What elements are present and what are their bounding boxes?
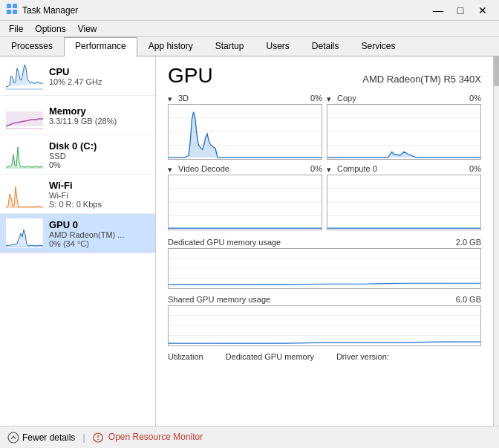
tab-details[interactable]: Details bbox=[301, 37, 350, 56]
cpu-info: CPU 10% 2.47 GHz bbox=[49, 66, 149, 86]
bottom-separator: | bbox=[82, 432, 85, 443]
tab-users[interactable]: Users bbox=[255, 37, 300, 56]
gpu-thumb bbox=[6, 218, 43, 248]
tab-startup[interactable]: Startup bbox=[204, 37, 255, 56]
menu-file[interactable]: File bbox=[3, 22, 29, 35]
chart-copy: Copy 0% bbox=[327, 94, 481, 160]
minimize-button[interactable]: — bbox=[428, 3, 449, 18]
tab-bar: Processes Performance App history Startu… bbox=[0, 37, 499, 56]
memory-info: Memory 3.3/11.9 GB (28%) bbox=[49, 105, 149, 126]
gpu-info: GPU 0 AMD Radeon(TM) ... 0% (34 °C) bbox=[49, 219, 149, 248]
wifi-usage: S: 0 R: 0 Kbps bbox=[49, 200, 149, 209]
memory-usage: 3.3/11.9 GB (28%) bbox=[49, 117, 149, 126]
chevron-compute-icon[interactable] bbox=[327, 165, 334, 172]
tab-app-history[interactable]: App history bbox=[137, 37, 204, 56]
app-icon bbox=[6, 3, 18, 17]
stat-driver-version: Driver version: bbox=[336, 352, 389, 361]
wifi-label: Wi-Fi bbox=[49, 191, 149, 200]
dedicated-value: 2.0 GB bbox=[456, 238, 481, 247]
scroll-thumb[interactable] bbox=[494, 56, 499, 86]
title-bar: Task Manager — □ ✕ bbox=[0, 0, 499, 21]
chevron-copy-icon[interactable] bbox=[327, 94, 334, 102]
close-button[interactable]: ✕ bbox=[472, 3, 493, 18]
gpu-panel: GPU AMD Radeon(TM) R5 340X 3D 0% bbox=[156, 56, 493, 426]
dedicated-label: Dedicated GPU memory usage bbox=[168, 238, 281, 247]
bottom-bar: Fewer details | Open Resource Monitor bbox=[0, 426, 499, 448]
gpu-header: GPU AMD Radeon(TM) R5 340X bbox=[168, 64, 481, 88]
chart-compute-label-row: Compute 0 0% bbox=[327, 164, 481, 173]
shared-label: Shared GPU memory usage bbox=[168, 295, 270, 304]
sidebar-item-disk[interactable]: Disk 0 (C:) SSD 0% bbox=[0, 135, 155, 175]
gpu-model-name: AMD Radeon(TM) R5 340X bbox=[362, 74, 481, 85]
fewer-details-label: Fewer details bbox=[22, 432, 75, 443]
chart-copy-area bbox=[327, 104, 481, 160]
chart-3d-area bbox=[168, 104, 322, 160]
wifi-name: Wi-Fi bbox=[49, 180, 149, 191]
sidebar-item-wifi[interactable]: Wi-Fi Wi-Fi S: 0 R: 0 Kbps bbox=[0, 175, 155, 214]
chart-3d-label-row: 3D 0% bbox=[168, 94, 322, 103]
chart-video-label: Video Decode bbox=[178, 164, 229, 173]
shared-label-row: Shared GPU memory usage 6.0 GB bbox=[168, 295, 481, 304]
chart-video-area bbox=[168, 175, 322, 230]
chart-copy-label-row: Copy 0% bbox=[327, 94, 481, 103]
chart-compute: Compute 0 0% bbox=[327, 164, 481, 230]
dedicated-memory-section: Dedicated GPU memory usage 2.0 GB bbox=[168, 238, 481, 289]
svg-rect-3 bbox=[13, 10, 17, 14]
tab-processes[interactable]: Processes bbox=[0, 37, 64, 56]
gpu-charts-grid: 3D 0% bbox=[168, 94, 481, 230]
svg-point-30 bbox=[8, 432, 19, 443]
sidebar-item-cpu[interactable]: CPU 10% 2.47 GHz bbox=[0, 56, 155, 96]
disk-name: Disk 0 (C:) bbox=[49, 140, 149, 152]
chart-3d-percent: 0% bbox=[310, 94, 322, 103]
dedicated-chart-area bbox=[168, 248, 481, 289]
chart-compute-area bbox=[327, 175, 481, 230]
resource-monitor-icon bbox=[93, 432, 103, 443]
tab-performance[interactable]: Performance bbox=[64, 37, 137, 56]
svg-rect-0 bbox=[7, 4, 11, 8]
menu-bar: File Options View bbox=[0, 21, 499, 37]
chart-compute-label: Compute 0 bbox=[337, 164, 377, 173]
shared-value: 6.0 GB bbox=[456, 295, 481, 304]
chart-video-percent: 0% bbox=[310, 164, 322, 173]
open-resource-monitor-button[interactable]: Open Resource Monitor bbox=[93, 432, 203, 443]
gpu-name: GPU 0 bbox=[49, 219, 149, 230]
scroll-track[interactable] bbox=[493, 56, 499, 426]
wifi-info: Wi-Fi Wi-Fi S: 0 R: 0 Kbps bbox=[49, 180, 149, 209]
svg-rect-2 bbox=[7, 10, 11, 14]
fewer-details-button[interactable]: Fewer details bbox=[7, 432, 75, 444]
cpu-name: CPU bbox=[49, 66, 149, 77]
gpu-usage: 0% (34 °C) bbox=[49, 239, 149, 248]
chevron-3d-icon[interactable] bbox=[168, 94, 175, 102]
chart-copy-percent: 0% bbox=[469, 94, 481, 103]
menu-options[interactable]: Options bbox=[29, 22, 71, 35]
window-title: Task Manager bbox=[22, 5, 428, 16]
disk-type: SSD bbox=[49, 152, 149, 160]
chart-video-decode: Video Decode 0% bbox=[168, 164, 322, 230]
memory-thumb bbox=[6, 100, 43, 130]
stat-utilization: Utilization bbox=[168, 352, 203, 361]
dedicated-label-row: Dedicated GPU memory usage 2.0 GB bbox=[168, 238, 481, 247]
cpu-thumb bbox=[6, 61, 43, 91]
disk-usage: 0% bbox=[49, 160, 149, 169]
main-content: CPU 10% 2.47 GHz Memory 3.3/11.9 GB (28%… bbox=[0, 56, 499, 426]
sidebar-item-gpu[interactable]: GPU 0 AMD Radeon(TM) ... 0% (34 °C) bbox=[0, 214, 155, 253]
svg-rect-1 bbox=[13, 4, 17, 8]
disk-info: Disk 0 (C:) SSD 0% bbox=[49, 140, 149, 169]
sidebar: CPU 10% 2.47 GHz Memory 3.3/11.9 GB (28%… bbox=[0, 56, 156, 426]
menu-view[interactable]: View bbox=[72, 22, 103, 35]
maximize-button[interactable]: □ bbox=[450, 3, 471, 18]
window-controls: — □ ✕ bbox=[428, 3, 493, 18]
chart-compute-percent: 0% bbox=[469, 164, 481, 173]
open-monitor-label: Open Resource Monitor bbox=[108, 432, 203, 442]
stat-dedicated-memory: Dedicated GPU memory bbox=[226, 352, 314, 361]
sidebar-item-memory[interactable]: Memory 3.3/11.9 GB (28%) bbox=[0, 96, 155, 135]
disk-thumb bbox=[6, 140, 43, 169]
memory-name: Memory bbox=[49, 105, 149, 117]
chart-3d-label: 3D bbox=[178, 94, 189, 103]
gpu-model: AMD Radeon(TM) ... bbox=[49, 230, 149, 239]
tab-services[interactable]: Services bbox=[350, 37, 407, 56]
gpu-title: GPU bbox=[168, 64, 213, 88]
stats-row: Utilization Dedicated GPU memory Driver … bbox=[168, 352, 481, 361]
chart-copy-label: Copy bbox=[337, 94, 356, 103]
chevron-video-icon[interactable] bbox=[168, 165, 175, 172]
